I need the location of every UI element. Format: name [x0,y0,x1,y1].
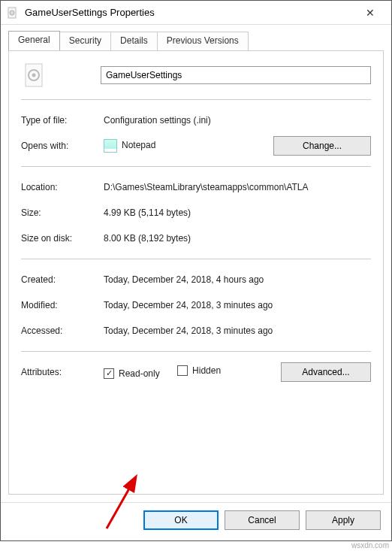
divider [21,351,371,352]
svg-point-4 [32,74,36,77]
opens-with-value: Notepad [104,139,273,153]
location-value: D:\Games\SteamLibrary\steamapps\common\A… [104,182,371,192]
type-of-file-value: Configuration settings (.ini) [104,115,371,126]
divider [21,166,371,167]
tabs: General Security Details Previous Versio… [1,25,391,50]
readonly-checkbox[interactable]: ✓ Read-only [104,368,160,379]
modified-label: Modified: [21,300,104,310]
ok-button[interactable]: OK [143,510,219,530]
file-type-icon [7,7,19,19]
divider [21,99,371,100]
type-of-file-label: Type of file: [21,115,104,126]
attributes-label: Attributes: [21,367,104,377]
change-button[interactable]: Change... [273,136,371,156]
attributes-group: ✓ Read-only Hidden [104,365,281,379]
settings-file-icon [21,62,48,89]
file-name-input[interactable] [101,66,371,84]
divider [21,259,371,259]
size-value: 4.99 KB (5,114 bytes) [104,207,371,218]
svg-point-1 [10,11,14,15]
titlebar: GameUserSettings Properties ✕ [1,1,391,25]
properties-dialog: GameUserSettings Properties ✕ General Se… [0,0,392,541]
apply-button[interactable]: Apply [306,510,381,530]
size-label: Size: [21,207,104,218]
opens-with-label: Opens with: [21,141,104,151]
cancel-button[interactable]: Cancel [225,510,300,530]
accessed-label: Accessed: [21,325,104,336]
watermark: wsxdn.com [351,541,389,549]
close-button[interactable]: ✕ [355,7,385,19]
readonly-label: Read-only [119,368,160,379]
file-name-row [21,62,371,89]
tab-security[interactable]: Security [59,32,111,51]
size-on-disk-value: 8.00 KB (8,192 bytes) [104,233,371,244]
advanced-button[interactable]: Advanced... [281,362,371,382]
hidden-checkbox[interactable]: Hidden [177,365,221,376]
checkbox-box-icon [177,365,188,376]
created-label: Created: [21,274,104,285]
window-title: GameUserSettings Properties [25,7,355,18]
dialog-footer: OK Cancel Apply [1,502,391,540]
notepad-icon [104,139,117,153]
location-label: Location: [21,182,104,192]
general-panel: Type of file: Configuration settings (.i… [8,50,384,495]
checkbox-box-icon: ✓ [104,368,114,379]
hidden-label: Hidden [192,365,221,376]
created-value: Today, December 24, 2018, 4 hours ago [104,274,371,285]
tab-details[interactable]: Details [110,32,158,51]
accessed-value: Today, December 24, 2018, 3 minutes ago [104,325,371,336]
tab-general[interactable]: General [8,31,60,50]
modified-value: Today, December 24, 2018, 3 minutes ago [104,300,371,310]
opens-with-text: Notepad [122,140,155,150]
size-on-disk-label: Size on disk: [21,233,104,244]
tab-previous-versions[interactable]: Previous Versions [157,32,249,51]
